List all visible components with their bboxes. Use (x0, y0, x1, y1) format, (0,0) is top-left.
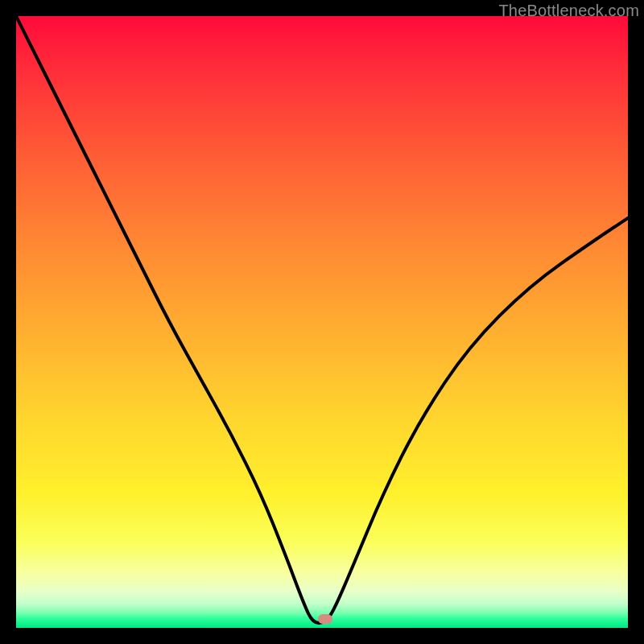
plot-area (16, 16, 628, 628)
bottleneck-curve (16, 16, 628, 628)
chart-frame: TheBottleneck.com (0, 0, 644, 644)
optimal-marker (318, 614, 332, 624)
curve-path (16, 16, 628, 623)
